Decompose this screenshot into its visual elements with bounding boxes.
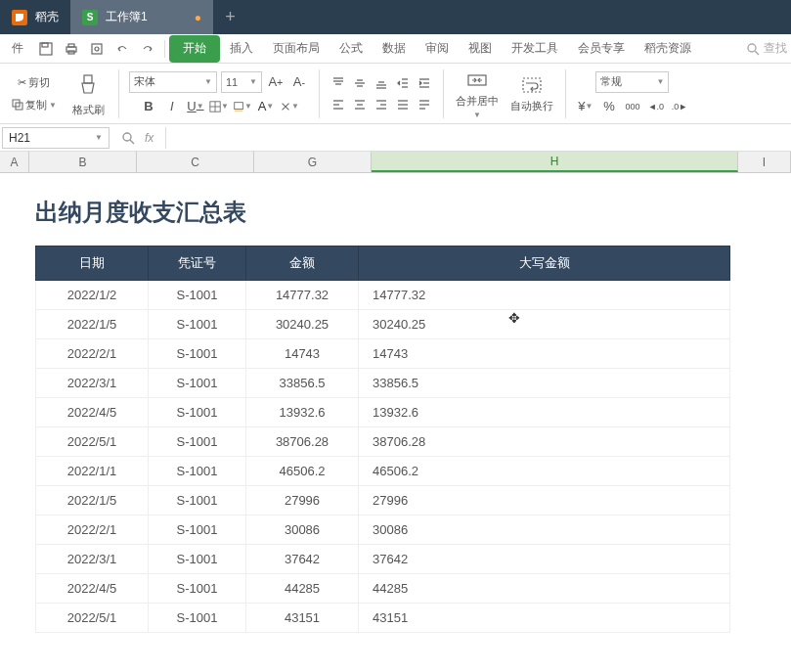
preview-icon[interactable] <box>86 38 108 60</box>
table-row[interactable]: 2022/1/5S-100130240.2530240.25 <box>36 310 730 339</box>
th-amount[interactable]: 金额 <box>246 246 359 281</box>
table-cell[interactable]: S-1001 <box>149 545 246 574</box>
formula-input[interactable] <box>165 127 791 149</box>
clear-format-button[interactable]: ▼ <box>280 97 299 116</box>
increase-indent-button[interactable] <box>416 74 433 92</box>
table-cell[interactable]: 43151 <box>246 604 359 633</box>
table-cell[interactable]: 43151 <box>359 604 730 633</box>
align-bottom-button[interactable] <box>373 74 390 92</box>
table-row[interactable]: 2022/1/2S-100114777.3214777.32 <box>36 281 730 310</box>
format-brush-button[interactable]: 格式刷 <box>68 67 109 119</box>
increase-decimal-button[interactable]: .0► <box>670 97 689 116</box>
table-cell[interactable]: 2022/3/1 <box>36 545 149 574</box>
col-header-i[interactable]: I <box>738 152 791 172</box>
merge-center-button[interactable]: 合并居中 ▼ <box>452 67 503 121</box>
th-date[interactable]: 日期 <box>36 246 149 281</box>
table-cell[interactable]: 37642 <box>359 545 730 574</box>
tab-daoke[interactable]: 稻壳 <box>0 0 70 34</box>
col-header-h[interactable]: H <box>372 152 738 172</box>
tab-formula[interactable]: 公式 <box>330 35 373 63</box>
table-cell[interactable]: 2022/1/2 <box>36 281 149 310</box>
zoom-icon[interactable] <box>121 131 135 145</box>
table-cell[interactable]: 14777.32 <box>246 281 359 310</box>
cell-reference-box[interactable]: H21 ▼ <box>2 127 110 149</box>
table-cell[interactable]: S-1001 <box>149 515 246 545</box>
currency-button[interactable]: ¥▼ <box>576 97 595 116</box>
undo-icon[interactable] <box>111 38 133 60</box>
align-top-button[interactable] <box>330 74 347 92</box>
table-cell[interactable]: 2022/1/5 <box>36 310 149 339</box>
table-cell[interactable]: 2022/2/1 <box>36 339 149 369</box>
table-cell[interactable]: 37642 <box>246 545 359 574</box>
italic-button[interactable]: I <box>162 97 182 116</box>
table-cell[interactable]: S-1001 <box>149 339 246 369</box>
table-cell[interactable]: 2022/1/1 <box>36 457 149 486</box>
decrease-font-button[interactable]: A- <box>289 72 309 92</box>
border-button[interactable]: ▼ <box>209 97 229 116</box>
decrease-decimal-button[interactable]: ◄.0 <box>646 97 666 116</box>
justify-button[interactable] <box>394 96 412 113</box>
table-row[interactable]: 2022/4/5S-100113932.613932.6 <box>36 398 730 427</box>
table-cell[interactable]: 13932.6 <box>246 398 359 427</box>
table-cell[interactable]: S-1001 <box>149 574 246 604</box>
table-row[interactable]: 2022/2/1S-10013008630086 <box>36 515 730 545</box>
table-cell[interactable]: S-1001 <box>149 427 246 457</box>
table-cell[interactable]: S-1001 <box>149 457 246 486</box>
table-cell[interactable]: 14777.32 <box>359 281 730 310</box>
table-row[interactable]: 2022/2/1S-10011474314743 <box>36 339 730 369</box>
table-row[interactable]: 2022/1/1S-100146506.246506.2 <box>36 457 730 486</box>
table-cell[interactable]: S-1001 <box>149 398 246 427</box>
print-icon[interactable] <box>61 38 82 60</box>
auto-wrap-button[interactable]: 自动换行 <box>506 71 557 115</box>
col-header-a[interactable]: A <box>0 152 29 172</box>
table-cell[interactable]: 38706.28 <box>359 427 730 457</box>
table-cell[interactable]: 2022/3/1 <box>36 369 149 398</box>
table-cell[interactable]: 30240.25 <box>359 310 730 339</box>
font-size-select[interactable]: 11 ▼ <box>221 71 262 93</box>
table-row[interactable]: 2022/1/5S-10012799627996 <box>36 486 730 515</box>
tab-member[interactable]: 会员专享 <box>568 35 635 63</box>
copy-button[interactable]: 复制 ▼ <box>8 96 61 114</box>
file-menu[interactable]: 件 <box>2 35 33 63</box>
table-cell[interactable]: 46506.2 <box>246 457 359 486</box>
th-voucher[interactable]: 凭证号 <box>149 246 246 281</box>
tab-review[interactable]: 审阅 <box>416 35 459 63</box>
table-cell[interactable]: 2022/2/1 <box>36 515 149 545</box>
th-caps-amount[interactable]: 大写金额 <box>359 246 730 281</box>
percent-button[interactable]: % <box>599 97 619 116</box>
tab-view[interactable]: 视图 <box>459 35 502 63</box>
increase-font-button[interactable]: A+ <box>266 72 286 92</box>
table-cell[interactable]: S-1001 <box>149 486 246 515</box>
new-tab-button[interactable]: + <box>213 0 247 34</box>
search-box[interactable]: 查找 <box>746 40 791 57</box>
align-center-button[interactable] <box>351 96 369 113</box>
table-row[interactable]: 2022/5/1S-100138706.2838706.28 <box>36 427 730 457</box>
col-header-b[interactable]: B <box>29 152 137 172</box>
table-cell[interactable]: 44285 <box>359 574 730 604</box>
tab-layout[interactable]: 页面布局 <box>263 35 330 63</box>
tab-devtools[interactable]: 开发工具 <box>502 35 568 63</box>
bold-button[interactable]: B <box>139 97 158 116</box>
table-cell[interactable]: S-1001 <box>149 369 246 398</box>
tab-data[interactable]: 数据 <box>373 35 416 63</box>
table-cell[interactable]: S-1001 <box>149 310 246 339</box>
table-cell[interactable]: 2022/4/5 <box>36 574 149 604</box>
table-cell[interactable]: 30086 <box>359 515 730 545</box>
number-format-select[interactable]: 常规 ▼ <box>595 71 669 93</box>
align-right-button[interactable] <box>373 96 390 113</box>
align-middle-button[interactable] <box>351 74 369 92</box>
table-cell[interactable]: 2022/5/1 <box>36 427 149 457</box>
fx-label[interactable]: fx <box>145 131 154 145</box>
tab-workbook[interactable]: S 工作簿1 ● <box>70 0 213 34</box>
col-header-c[interactable]: C <box>137 152 254 172</box>
table-cell[interactable]: 30086 <box>246 515 359 545</box>
table-row[interactable]: 2022/4/5S-10014428544285 <box>36 574 730 604</box>
table-cell[interactable]: 33856.5 <box>246 369 359 398</box>
table-cell[interactable]: 13932.6 <box>359 398 730 427</box>
table-cell[interactable]: 2022/4/5 <box>36 398 149 427</box>
cut-button[interactable]: ✂ 剪切 <box>14 73 54 92</box>
distribute-button[interactable] <box>416 96 433 113</box>
table-cell[interactable]: 46506.2 <box>359 457 730 486</box>
sheet-content[interactable]: 出纳月度收支汇总表 日期 凭证号 金额 大写金额 2022/1/2S-10011… <box>0 173 791 672</box>
fill-color-button[interactable]: ▼ <box>233 97 252 116</box>
